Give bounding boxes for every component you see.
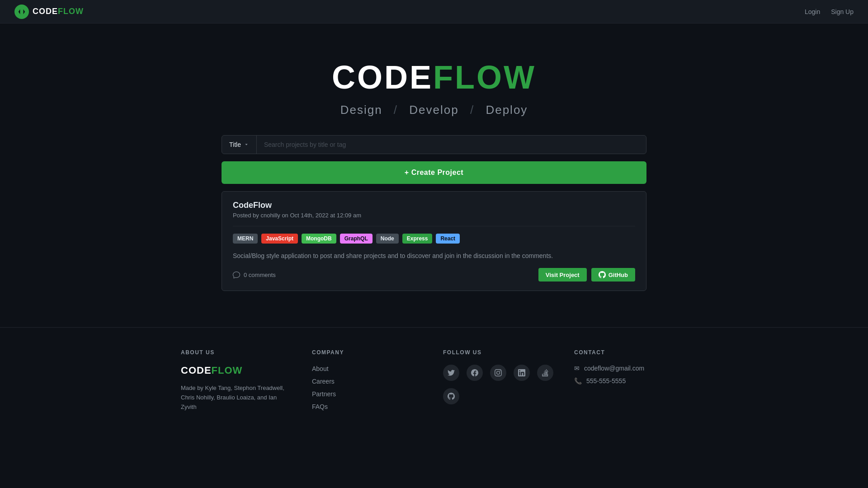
footer-about-title: ABOUT US (181, 349, 294, 356)
email-icon: ✉ (574, 365, 580, 372)
footer: ABOUT US CODEFLOW Made by Kyle Tang, Ste… (0, 327, 868, 426)
contact-email-item: ✉ codeflow@gmail.com (574, 365, 687, 372)
navbar-auth: Login Sign Up (805, 8, 854, 15)
create-project-button[interactable]: + Create Project (222, 161, 646, 184)
footer-logo-text: CODEFLOW (181, 365, 242, 376)
hero-title: CODEFLOW (332, 59, 536, 96)
stackoverflow-icon[interactable] (537, 365, 553, 381)
visit-project-button[interactable]: Visit Project (538, 268, 587, 282)
tag-node[interactable]: Node (376, 234, 399, 244)
github-icon (599, 271, 606, 278)
main-content: Title + Create Project CodeFlow Posted b… (212, 135, 656, 309)
search-filter-dropdown[interactable]: Title (222, 136, 257, 154)
project-title: CodeFlow (233, 201, 635, 210)
hero-subtitle: Design / Develop / Deploy (340, 103, 528, 117)
search-input[interactable] (257, 136, 646, 154)
footer-link-careers[interactable]: Careers (312, 377, 425, 385)
navbar-logo[interactable]: CODEFLOW (14, 5, 84, 19)
phone-icon: 📞 (574, 377, 582, 385)
footer-company-links: About Careers Partners FAQs (312, 365, 425, 411)
footer-link-partners[interactable]: Partners (312, 390, 425, 398)
card-actions: Visit Project GitHub (538, 268, 635, 282)
signup-link[interactable]: Sign Up (831, 8, 854, 15)
project-card: CodeFlow Posted by cnohilly on Oct 14th,… (222, 191, 646, 291)
navbar-brand: CODEFLOW (33, 7, 84, 16)
footer-logo: CODEFLOW (181, 365, 294, 376)
github-social-icon[interactable] (443, 388, 459, 404)
contact-phone-item: 📞 555-555-5555 (574, 377, 687, 385)
project-meta: Posted by cnohilly on Oct 14th, 2022 at … (233, 212, 635, 219)
footer-company: COMPANY About Careers Partners FAQs (312, 349, 425, 412)
github-button[interactable]: GitHub (591, 268, 635, 282)
tags-row: MERN JavaScript MongoDB GraphQL Node Exp… (233, 234, 635, 244)
card-footer: 0 comments Visit Project GitHub (233, 268, 635, 282)
tag-javascript[interactable]: JavaScript (261, 234, 298, 244)
footer-follow-title: FOLLOW US (443, 349, 556, 356)
login-link[interactable]: Login (805, 8, 820, 15)
footer-company-title: COMPANY (312, 349, 425, 356)
tag-mern[interactable]: MERN (233, 234, 258, 244)
tag-graphql[interactable]: GraphQL (340, 234, 373, 244)
project-description: Social/Blog style application to post an… (233, 251, 635, 261)
facebook-icon[interactable] (467, 365, 483, 381)
card-divider (233, 226, 635, 226)
twitter-icon[interactable] (443, 365, 459, 381)
footer-contact: CONTACT ✉ codeflow@gmail.com 📞 555-555-5… (574, 349, 687, 412)
social-icons (443, 365, 556, 404)
footer-follow: FOLLOW US (443, 349, 556, 412)
instagram-icon[interactable] (490, 365, 506, 381)
comment-icon (233, 271, 240, 278)
tag-react[interactable]: React (436, 234, 460, 244)
footer-inner: ABOUT US CODEFLOW Made by Kyle Tang, Ste… (163, 349, 705, 412)
contact-email: codeflow@gmail.com (584, 365, 644, 372)
logo-icon (14, 5, 29, 19)
contact-phone: 555-555-5555 (586, 377, 626, 385)
navbar: CODEFLOW Login Sign Up (0, 0, 868, 23)
search-container: Title (222, 135, 646, 154)
footer-about: ABOUT US CODEFLOW Made by Kyle Tang, Ste… (181, 349, 294, 412)
comments-info: 0 comments (233, 271, 276, 278)
comments-count: 0 comments (244, 272, 276, 278)
footer-link-about[interactable]: About (312, 365, 425, 373)
linkedin-icon[interactable] (514, 365, 530, 381)
footer-about-text: Made by Kyle Tang, Stephon Treadwell, Ch… (181, 384, 294, 412)
footer-contact-title: CONTACT (574, 349, 687, 356)
tag-mongodb[interactable]: MongoDB (302, 234, 336, 244)
tag-express[interactable]: Express (402, 234, 433, 244)
footer-link-faqs[interactable]: FAQs (312, 403, 425, 411)
